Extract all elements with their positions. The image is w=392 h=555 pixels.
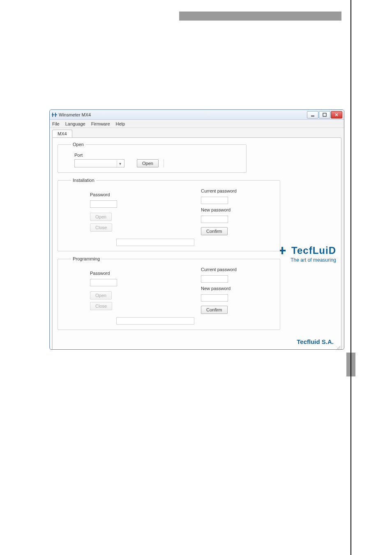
open-legend: Open bbox=[71, 142, 85, 147]
prog-status-field bbox=[116, 317, 194, 325]
decorative-bar bbox=[179, 12, 341, 21]
tab-content: Open Port ▼ Open Installation Password bbox=[52, 137, 341, 350]
brand-tagline: The art of measuring bbox=[254, 257, 336, 263]
inst-current-password-input[interactable] bbox=[201, 197, 228, 204]
brand-mark-icon bbox=[280, 246, 289, 255]
installation-legend: Installation bbox=[71, 178, 96, 183]
prog-new-password-label: New password bbox=[201, 286, 231, 291]
app-window: Winsmeter MX4 File Language Firmware Hel… bbox=[49, 109, 344, 350]
close-button[interactable] bbox=[331, 111, 342, 118]
maximize-button[interactable] bbox=[319, 111, 330, 118]
chevron-down-icon: ▼ bbox=[117, 160, 123, 167]
prog-current-password-input[interactable] bbox=[201, 275, 228, 283]
prog-open-button[interactable]: Open bbox=[90, 291, 112, 300]
tab-mx4[interactable]: MX4 bbox=[52, 130, 72, 137]
port-select[interactable]: ▼ bbox=[74, 159, 125, 167]
tabstrip: MX4 bbox=[52, 130, 341, 137]
minimize-button[interactable] bbox=[307, 111, 318, 118]
window-title: Winsmeter MX4 bbox=[59, 112, 91, 117]
port-label: Port bbox=[74, 153, 241, 158]
titlebar: Winsmeter MX4 bbox=[50, 110, 344, 120]
menu-file[interactable]: File bbox=[52, 121, 60, 126]
inst-password-input[interactable] bbox=[90, 200, 117, 208]
menu-firmware[interactable]: Firmware bbox=[91, 121, 110, 126]
app-icon bbox=[51, 112, 57, 118]
menubar: File Language Firmware Help bbox=[50, 120, 344, 128]
inst-new-password-input[interactable] bbox=[201, 216, 228, 223]
inst-password-label: Password bbox=[90, 192, 110, 197]
prog-confirm-button[interactable]: Confirm bbox=[201, 306, 228, 314]
inst-close-button[interactable]: Close bbox=[90, 223, 112, 232]
menu-language[interactable]: Language bbox=[65, 121, 85, 126]
inst-status-field bbox=[116, 239, 194, 246]
prog-password-label: Password bbox=[90, 271, 110, 276]
inst-current-password-label: Current password bbox=[201, 188, 237, 193]
brand-area: TecfLuiD The art of measuring bbox=[254, 245, 336, 263]
menu-help[interactable]: Help bbox=[116, 121, 125, 126]
open-port-button[interactable]: Open bbox=[137, 159, 159, 167]
inst-new-password-label: New password bbox=[201, 207, 231, 212]
prog-new-password-input[interactable] bbox=[201, 294, 228, 302]
svg-rect-1 bbox=[323, 113, 326, 116]
inst-open-button[interactable]: Open bbox=[90, 213, 112, 221]
open-group: Open Port ▼ Open bbox=[58, 142, 247, 173]
brand-logo: TecfLuiD bbox=[254, 245, 336, 256]
programming-legend: Programming bbox=[71, 256, 101, 261]
page-edge bbox=[350, 0, 351, 555]
prog-current-password-label: Current password bbox=[201, 267, 237, 272]
installation-group: Installation Password Open Close Current… bbox=[58, 178, 280, 251]
prog-password-input[interactable] bbox=[90, 279, 117, 286]
programming-group: Programming Password Open Close Current … bbox=[58, 256, 280, 330]
brand-footer: Tecfluid S.A. bbox=[297, 338, 334, 345]
prog-close-button[interactable]: Close bbox=[90, 302, 112, 310]
svg-rect-0 bbox=[311, 116, 314, 116]
inst-confirm-button[interactable]: Confirm bbox=[201, 227, 228, 235]
window-controls bbox=[307, 111, 342, 118]
brand-name: TecfLuiD bbox=[291, 245, 336, 256]
resize-grip-icon[interactable] bbox=[335, 345, 340, 350]
